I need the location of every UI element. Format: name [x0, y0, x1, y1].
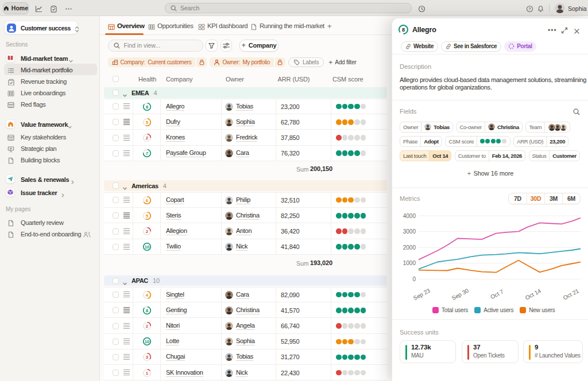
- svg-text:3000: 3000: [403, 228, 416, 235]
- svg-text:4000: 4000: [403, 213, 416, 219]
- svg-text:?: ?: [528, 7, 531, 11]
- svg-text:Oct 7: Oct 7: [489, 288, 505, 300]
- svg-text:Oct 21: Oct 21: [562, 287, 581, 301]
- svg-text:Sep 30: Sep 30: [451, 287, 470, 301]
- svg-text:Oct 14: Oct 14: [524, 287, 543, 301]
- svg-text:8: 8: [402, 27, 405, 33]
- svg-text:2000: 2000: [403, 244, 416, 251]
- svg-text:1000: 1000: [403, 260, 416, 266]
- svg-text:Sep 23: Sep 23: [412, 287, 432, 301]
- svg-text:0: 0: [412, 276, 416, 282]
